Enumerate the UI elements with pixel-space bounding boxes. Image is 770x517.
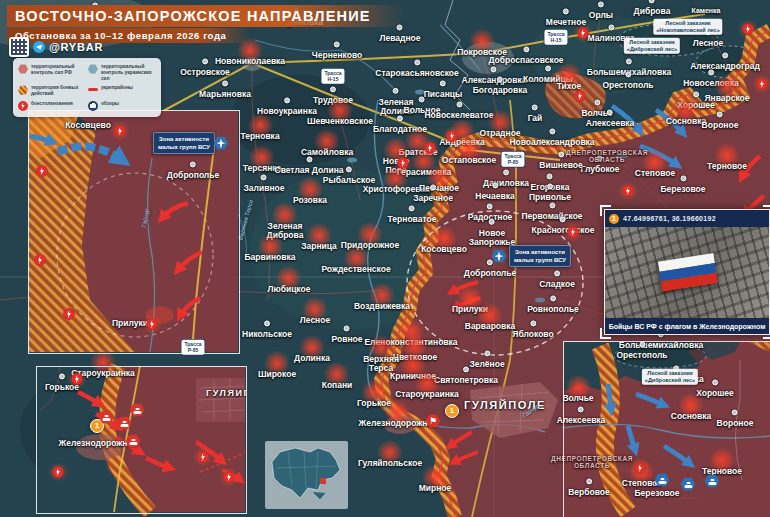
geolocated-photo-panel: 1 47.64996761, 36.19660192 Бойцы ВС РФ с… bbox=[604, 209, 770, 335]
ukraine-minimap bbox=[265, 441, 348, 509]
legend-item-ua-control: территориальный контроль украинских сил bbox=[88, 64, 156, 81]
inset-bottom-right bbox=[563, 341, 770, 516]
inset-left bbox=[28, 110, 238, 352]
legend-item-fortified-lines: укрепрайоны bbox=[88, 85, 156, 97]
legend-item-clashes: боестолкновения bbox=[18, 101, 83, 111]
camera-icon bbox=[88, 101, 98, 111]
page-title: ВОСТОЧНО-ЗАПОРОЖСКОЕ НАПРАВЛЕНИЕ bbox=[7, 5, 405, 27]
ru-control-hex-icon bbox=[18, 64, 28, 74]
combat-zone-hatch-icon bbox=[18, 85, 28, 95]
photo-coordinates: 47.64996761, 36.19660192 bbox=[623, 215, 716, 222]
legend: территориальный контроль сил РФ территор… bbox=[13, 58, 161, 117]
minimap-region-highlight bbox=[320, 478, 326, 484]
ua-control-hex-icon bbox=[88, 64, 98, 74]
fortified-line-icon bbox=[88, 88, 98, 91]
legend-item-combat-zone: территория боевых действий bbox=[18, 85, 83, 97]
photo-image bbox=[605, 227, 769, 318]
lightning-icon bbox=[18, 101, 28, 111]
photo-caption: Бойцы ВС РФ с флагом в Железнодорожном bbox=[605, 318, 769, 334]
legend-item-ru-control: территориальный контроль сил РФ bbox=[18, 64, 83, 81]
photo-header: 1 47.64996761, 36.19660192 bbox=[605, 210, 769, 227]
russian-flag bbox=[656, 253, 718, 292]
qr-code bbox=[9, 37, 29, 57]
photo-marker-number: 1 bbox=[609, 214, 619, 224]
inset-bottom-left bbox=[36, 366, 245, 512]
brand-handle: @RYBAR bbox=[49, 41, 103, 53]
legend-item-reviews: обзоры bbox=[88, 101, 156, 111]
war-map-infographic: БерестовоеКатериновкаЛевадноеМечетноеОрл… bbox=[0, 0, 770, 517]
brand-row: @RYBAR bbox=[9, 37, 103, 57]
telegram-icon bbox=[33, 41, 45, 53]
